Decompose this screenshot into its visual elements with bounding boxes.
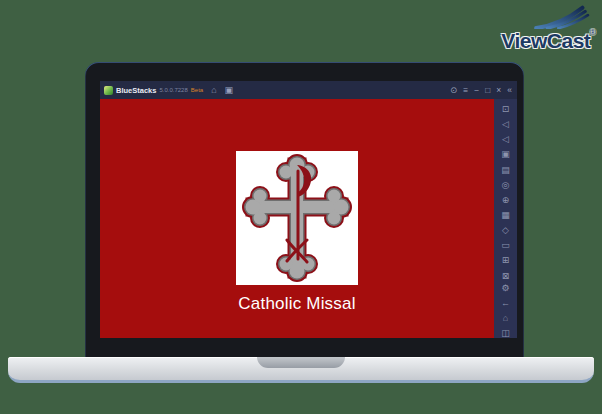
laptop-base — [8, 357, 594, 383]
back-icon[interactable]: ← — [501, 297, 510, 309]
app-title: Catholic Missal — [100, 294, 494, 314]
screen-body: Catholic Missal ⊡ ◁ ◁ ▣ ▤ ◎ ⊕ ▦ ◇ ▭ — [100, 99, 517, 338]
bluestacks-sidebar: ⊡ ◁ ◁ ▣ ▤ ◎ ⊕ ▦ ◇ ▭ ⊞ ⊠ ⚙ — [494, 99, 517, 338]
close-icon[interactable]: × — [496, 86, 501, 95]
maximize-icon[interactable]: □ — [485, 86, 490, 95]
version-label: 5.0.0.7228 — [159, 87, 187, 93]
home-icon[interactable]: ⌂ — [503, 312, 508, 324]
app-tab-icon[interactable]: ▣ — [225, 85, 234, 95]
viewcast-swoosh-icon — [534, 5, 592, 29]
bluestacks-titlebar: BlueStacks 5.0.0.7228 Beta ⌂ ▣ ⊙ ≡ − □ ×… — [100, 81, 517, 99]
registered-mark: ® — [590, 29, 595, 36]
minimize-icon[interactable]: − — [474, 86, 479, 95]
titlebar-left: BlueStacks 5.0.0.7228 Beta ⌂ ▣ — [104, 85, 233, 95]
viewcast-logo: ViewCast® — [493, 5, 595, 53]
game-controls-icon[interactable]: ⊠ — [502, 270, 510, 282]
viewcast-wordmark: ViewCast® — [501, 29, 595, 53]
sidebar-tools: ⊡ ◁ ◁ ▣ ▤ ◎ ⊕ ▦ ◇ ▭ ⊞ ⊠ — [501, 103, 510, 282]
media-manager-icon[interactable]: ▦ — [501, 209, 510, 221]
menu-icon[interactable]: ≡ — [463, 86, 468, 95]
beta-badge: Beta — [191, 87, 203, 93]
sidebar-nav: ⚙ ← ⌂ ◫ — [501, 282, 510, 338]
recent-apps-icon[interactable]: ◫ — [501, 327, 510, 338]
laptop-screen-bezel: BlueStacks 5.0.0.7228 Beta ⌂ ▣ ⊙ ≡ − □ ×… — [85, 62, 524, 361]
multi-instance-icon[interactable]: ⊞ — [502, 254, 510, 266]
window-controls: ⊙ ≡ − □ × « — [450, 86, 512, 95]
volume-down-icon[interactable]: ◁ — [502, 133, 509, 145]
app-name: BlueStacks — [116, 86, 156, 95]
fullscreen-icon[interactable]: ⊡ — [502, 103, 510, 115]
folder-icon[interactable]: ▭ — [501, 239, 510, 251]
screen-recorder-icon[interactable]: ▤ — [501, 164, 510, 176]
app-logo-tile — [236, 151, 358, 285]
location-icon[interactable]: ◎ — [502, 179, 510, 191]
collapse-sidebar-icon[interactable]: « — [507, 86, 512, 95]
bluestacks-logo-icon — [104, 86, 113, 95]
macro-recorder-icon[interactable]: ◇ — [502, 224, 509, 236]
screenshot-icon[interactable]: ▣ — [501, 148, 510, 160]
volume-up-icon[interactable]: ◁ — [502, 118, 509, 130]
bluestacks-window: BlueStacks 5.0.0.7228 Beta ⌂ ▣ ⊙ ≡ − □ ×… — [100, 81, 517, 338]
home-tab-icon[interactable]: ⌂ — [211, 85, 216, 95]
install-apk-icon[interactable]: ⊕ — [502, 194, 510, 206]
info-icon[interactable]: ⊙ — [450, 86, 457, 95]
catholic-missal-app: Catholic Missal — [100, 99, 494, 338]
laptop-base-notch — [257, 357, 345, 368]
page-background: ViewCast® BlueStacks 5.0.0.7228 Beta ⌂ ▣… — [0, 0, 602, 414]
budded-cross-icon — [236, 151, 358, 285]
settings-gear-icon[interactable]: ⚙ — [501, 282, 509, 294]
viewcast-name: ViewCast — [501, 29, 590, 52]
